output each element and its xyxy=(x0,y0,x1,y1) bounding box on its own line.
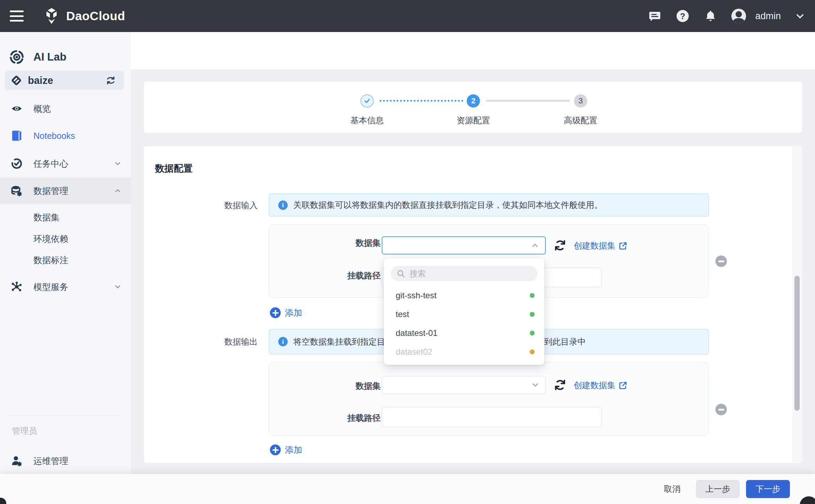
chevron-down-icon xyxy=(114,159,122,168)
plus-circle-icon xyxy=(270,444,281,455)
dataset-dropdown: 搜索 git-ssh-test test datatest-01 dataset… xyxy=(384,258,544,365)
divider xyxy=(8,415,123,416)
dataset-select-input[interactable] xyxy=(382,236,546,254)
add-data-input-button[interactable]: 添加 xyxy=(270,307,302,318)
database-gear-icon xyxy=(0,184,33,197)
required-mark: * xyxy=(372,414,375,424)
data-input-info-banner: i 关联数据集可以将数据集内的数据直接挂载到指定目录，使其如同本地文件般使用。 xyxy=(269,194,709,216)
mount-path-input[interactable] xyxy=(382,407,602,427)
required-mark: * xyxy=(372,382,375,392)
data-output-label: 数据输出 xyxy=(181,336,258,347)
info-banner-text-right: 到此目录中 xyxy=(544,336,586,347)
sidebar: AI Lab baize 概览 xyxy=(0,32,131,504)
status-dot xyxy=(530,331,535,336)
add-data-output-button[interactable]: 添加 xyxy=(270,444,302,456)
user-avatar[interactable] xyxy=(731,9,746,23)
info-banner-text: 关联数据集可以将数据集内的数据直接挂载到指定目录，使其如同本地文件般使用。 xyxy=(293,199,603,211)
workspace-switch-icon[interactable] xyxy=(105,75,116,86)
refresh-datasets-icon[interactable] xyxy=(553,239,567,252)
sidebar-item-label: 数据集 xyxy=(33,212,60,223)
scrollbar-thumb[interactable] xyxy=(794,276,800,411)
page-header xyxy=(131,32,815,69)
brand[interactable]: DaoCloud xyxy=(42,0,125,32)
add-button-label: 添加 xyxy=(285,307,302,318)
help-icon[interactable]: ? xyxy=(676,9,690,23)
status-dot xyxy=(530,312,535,317)
sidebar-item-notebooks[interactable]: Notebooks xyxy=(0,125,131,147)
create-dataset-link[interactable]: 创建数据集 xyxy=(574,240,628,251)
workspace-selector[interactable]: baize xyxy=(5,71,124,90)
chevron-up-icon xyxy=(114,187,122,195)
chevron-down-icon xyxy=(114,283,122,291)
task-clock-icon xyxy=(0,158,33,170)
stepper-connector-done xyxy=(380,100,463,102)
brand-name: DaoCloud xyxy=(66,9,125,23)
notebook-icon xyxy=(0,130,33,142)
sidebar-item-label: Notebooks xyxy=(33,131,75,141)
cancel-button[interactable]: 取消 xyxy=(655,480,690,498)
external-link-icon xyxy=(618,381,628,390)
sidebar-item-overview[interactable]: 概览 xyxy=(0,97,131,120)
data-output-card: 数据集 * 创建数据集 挂载路径 * xyxy=(269,362,709,436)
status-dot xyxy=(530,293,535,298)
user-chevron-down-icon[interactable] xyxy=(795,9,805,23)
next-step-button[interactable]: 下一步 xyxy=(746,480,790,498)
step-1-indicator[interactable] xyxy=(360,94,374,108)
step-2-indicator[interactable]: 2 xyxy=(467,94,480,108)
info-icon: i xyxy=(278,200,288,210)
svg-text:?: ? xyxy=(680,11,685,21)
dropdown-search-input[interactable]: 搜索 xyxy=(391,266,537,281)
workspace-icon xyxy=(5,74,28,86)
sidebar-item-label: 数据标注 xyxy=(33,254,68,266)
sidebar-item-datasets[interactable]: 数据集 xyxy=(0,206,131,228)
sidebar-item-data-annotation[interactable]: 数据标注 xyxy=(0,249,131,271)
data-input-label: 数据输入 xyxy=(181,200,258,211)
create-dataset-link[interactable]: 创建数据集 xyxy=(574,380,628,391)
model-nodes-icon xyxy=(0,281,33,293)
create-dataset-link-label: 创建数据集 xyxy=(574,380,615,391)
sidebar-item-data-management[interactable]: 数据管理 xyxy=(0,178,131,204)
refresh-datasets-icon[interactable] xyxy=(553,378,567,392)
option-label: datatest-01 xyxy=(396,328,437,338)
topbar-actions: ? admin xyxy=(648,0,805,32)
info-banner-text-left: 将空数据集挂载到指定目 xyxy=(293,336,385,347)
step-3-indicator[interactable]: 3 xyxy=(574,94,587,108)
notification-bell-icon[interactable] xyxy=(704,9,717,23)
create-dataset-link-label: 创建数据集 xyxy=(574,240,615,251)
sidebar-item-ops-management[interactable]: 运维管理 xyxy=(0,450,131,472)
sidebar-item-task-center[interactable]: 任务中心 xyxy=(0,152,131,175)
dropdown-option-test[interactable]: test xyxy=(384,305,544,324)
eye-icon xyxy=(0,103,33,115)
option-label: dataset02 xyxy=(396,347,432,357)
product-name: AI Lab xyxy=(33,51,67,63)
sidebar-item-env-dependencies[interactable]: 环境依赖 xyxy=(0,228,131,250)
divider xyxy=(8,94,123,94)
dropdown-option-dataset02[interactable]: dataset02 xyxy=(384,342,544,361)
sidebar-item-model-services[interactable]: 模型服务 xyxy=(0,276,131,298)
option-label: git-ssh-test xyxy=(396,291,436,300)
message-icon[interactable] xyxy=(648,9,662,23)
remove-data-output-button[interactable] xyxy=(715,404,727,415)
chevron-down-icon xyxy=(531,380,540,389)
previous-step-button[interactable]: 上一步 xyxy=(696,480,740,498)
sidebar-item-label: 环境依赖 xyxy=(33,233,68,245)
ops-person-gear-icon xyxy=(0,455,33,467)
dropdown-option-datatest-01[interactable]: datatest-01 xyxy=(384,324,544,342)
username[interactable]: admin xyxy=(755,11,781,22)
product-header: AI Lab xyxy=(0,45,131,70)
chevron-up-icon xyxy=(530,241,540,250)
option-label: test xyxy=(396,309,409,319)
page: DaoCloud ? admin xyxy=(0,0,815,504)
required-mark: * xyxy=(372,271,375,281)
stepper-connector-todo xyxy=(486,100,570,102)
required-mark: * xyxy=(372,239,375,249)
status-dot xyxy=(530,349,535,354)
remove-data-input-button[interactable] xyxy=(715,255,727,267)
menu-icon[interactable] xyxy=(10,10,24,22)
dropdown-option-git-ssh-test[interactable]: git-ssh-test xyxy=(384,286,544,305)
step-2-label: 资源配置 xyxy=(457,115,490,126)
step-3-label: 高级配置 xyxy=(564,115,597,126)
dataset-select-input[interactable] xyxy=(382,376,546,394)
ai-lab-icon xyxy=(0,49,33,65)
sidebar-item-label: 模型服务 xyxy=(33,281,68,293)
